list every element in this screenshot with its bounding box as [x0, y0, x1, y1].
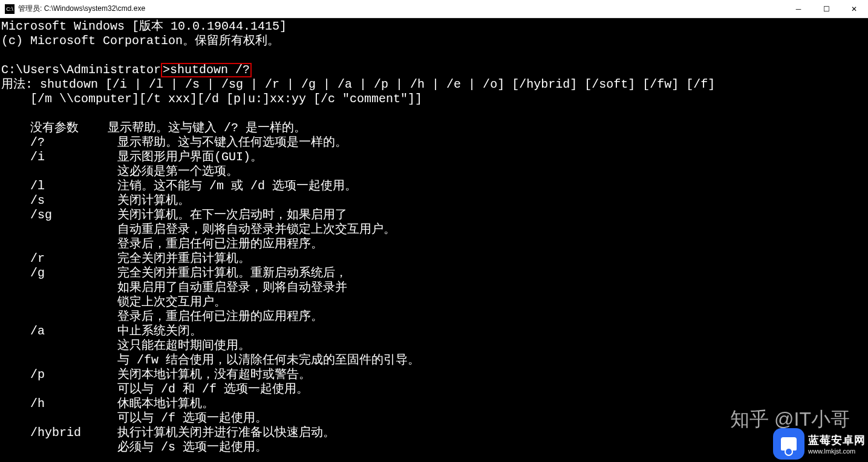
terminal-line: 与 /fw 结合使用，以清除任何未完成的至固件的引导。 [1, 353, 868, 368]
terminal-line: [/m \\computer][/t xxx][/d [p|u:]xx:yy [… [1, 92, 868, 106]
terminal-output[interactable]: Microsoft Windows [版本 10.0.19044.1415](c… [0, 18, 868, 462]
terminal-line: /l 注销。这不能与 /m 或 /d 选项一起使用。 [1, 179, 868, 194]
terminal-line: Microsoft Windows [版本 10.0.19044.1415] [1, 19, 868, 34]
brand-name-cn: 蓝莓安卓网 [808, 433, 866, 447]
terminal-line: /r 完全关闭并重启计算机。 [1, 252, 868, 266]
terminal-line: 这必须是第一个选项。 [1, 164, 868, 179]
cmd-icon: C:\ [5, 4, 15, 14]
terminal-line: /p 关闭本地计算机，没有超时或警告。 [1, 368, 868, 382]
terminal-line: 没有参数 显示帮助。这与键入 /? 是一样的。 [1, 121, 868, 135]
terminal-line: /? 显示帮助。这与不键入任何选项是一样的。 [1, 135, 868, 150]
terminal-line: 必须与 /s 选项一起使用。 [1, 440, 868, 455]
terminal-line: /sg 关闭计算机。在下一次启动时，如果启用了 [1, 208, 868, 223]
terminal-line: 登录后，重启任何已注册的应用程序。 [1, 237, 868, 252]
terminal-line: /g 完全关闭并重启计算机。重新启动系统后， [1, 266, 868, 281]
terminal-line: /s 关闭计算机。 [1, 194, 868, 208]
brand-name-en: www.lmkjst.com [808, 447, 866, 455]
close-button[interactable]: ✕ [840, 0, 868, 18]
terminal-line: 登录后，重启任何已注册的应用程序。 [1, 310, 868, 324]
terminal-line: /i 显示图形用户界面(GUI)。 [1, 150, 868, 164]
minimize-button[interactable]: ─ [785, 0, 812, 18]
watermark-brand: 蓝莓安卓网 www.lmkjst.com [773, 428, 866, 460]
window-controls: ─ ☐ ✕ [785, 0, 868, 18]
brand-logo-icon [773, 428, 804, 460]
terminal-line: /a 中止系统关闭。 [1, 324, 868, 339]
brand-logo-text: 蓝莓安卓网 www.lmkjst.com [808, 433, 866, 455]
command-highlight: >shutdown /? [161, 63, 252, 77]
window-title: 管理员: C:\Windows\system32\cmd.exe [18, 4, 785, 14]
terminal-line: 锁定上次交互用户。 [1, 295, 868, 310]
terminal-line: 可以与 /d 和 /f 选项一起使用。 [1, 382, 868, 397]
terminal-line: 自动重启登录，则将自动登录并锁定上次交互用户。 [1, 223, 868, 237]
prompt-line: C:\Users\Administrator>shutdown /? [1, 63, 868, 77]
terminal-line [1, 48, 868, 63]
terminal-line: (c) Microsoft Corporation。保留所有权利。 [1, 34, 868, 48]
maximize-button[interactable]: ☐ [812, 0, 840, 18]
window-titlebar: C:\ 管理员: C:\Windows\system32\cmd.exe ─ ☐… [0, 0, 868, 18]
terminal-line [1, 106, 868, 121]
terminal-line: 如果启用了自动重启登录，则将自动登录并 [1, 281, 868, 295]
terminal-line: 用法: shutdown [/i | /l | /s | /sg | /r | … [1, 77, 868, 92]
terminal-line: 这只能在超时期间使用。 [1, 339, 868, 353]
